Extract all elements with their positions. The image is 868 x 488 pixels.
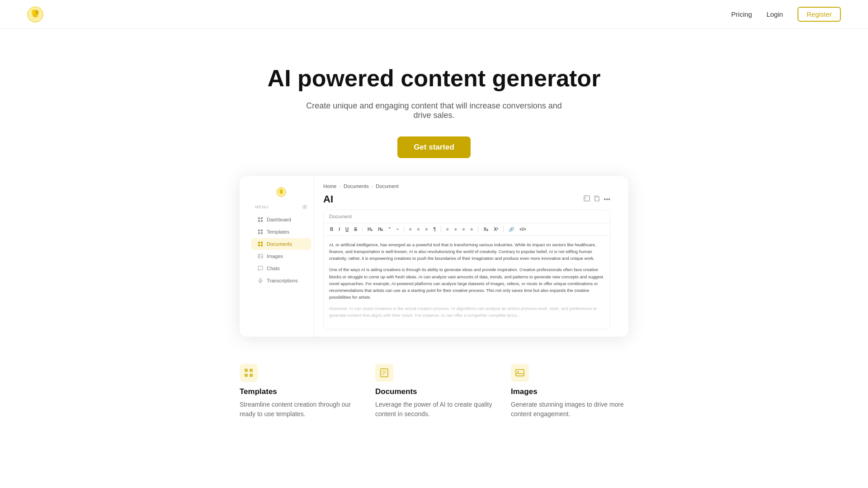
toolbar-align-center[interactable]: ≡ — [453, 226, 459, 233]
chats-icon — [258, 266, 263, 271]
svg-rect-7 — [258, 217, 260, 219]
demo-card: MENU Dashboard Templates — [240, 176, 628, 337]
feature-images: Images Generate stunning images to drive… — [511, 364, 628, 419]
logo — [27, 6, 43, 23]
toolbar-quote[interactable]: " — [387, 226, 392, 233]
svg-rect-19 — [258, 254, 263, 258]
demo-logo — [249, 183, 314, 204]
toolbar-outdent[interactable]: ¶ — [432, 226, 438, 233]
logo-icon — [27, 6, 43, 23]
svg-rect-10 — [261, 220, 263, 222]
svg-rect-8 — [261, 217, 263, 219]
toolbar-indent[interactable]: ≡ — [424, 226, 430, 233]
sidebar-label-images: Images — [267, 253, 283, 259]
toolbar-ol[interactable]: ≡ — [415, 226, 422, 233]
feature-images-title: Images — [511, 387, 628, 396]
sidebar-item-chats[interactable]: Chats — [251, 263, 311, 274]
toolbar-strike[interactable]: S — [352, 226, 359, 233]
hero-title: AI powered content generator — [253, 65, 615, 92]
editor-title-text: Document — [329, 214, 352, 219]
toolbar-h2[interactable]: H₂ — [376, 226, 385, 233]
toolbar-sep-3 — [441, 226, 441, 232]
toolbar-html[interactable]: </> — [518, 226, 528, 233]
main-nav: Pricing Login Register — [731, 7, 841, 22]
header: Pricing Login Register — [0, 0, 868, 29]
toolbar-link[interactable]: 🔗 — [507, 226, 516, 233]
features-section: Templates Streamline content creation th… — [231, 364, 637, 455]
toolbar-sep-2 — [404, 226, 404, 232]
doc-title-text: AI — [323, 193, 333, 205]
get-started-button[interactable]: Get started — [397, 136, 471, 158]
copy-icon — [594, 195, 600, 202]
sidebar-item-templates[interactable]: Templates — [251, 226, 311, 238]
feature-templates: Templates Streamline content creation th… — [240, 364, 357, 419]
sidebar-label-transcriptions: Transcriptions — [267, 278, 298, 283]
sidebar-label-dashboard: Dashboard — [267, 217, 291, 222]
toolbar-underline[interactable]: U — [344, 226, 350, 233]
doc-title-bar: AI ••• — [323, 193, 610, 205]
svg-point-5 — [279, 189, 283, 194]
sidebar-label-chats: Chats — [267, 266, 280, 271]
breadcrumb-document: Document — [376, 183, 398, 189]
breadcrumb-documents: Documents — [344, 183, 369, 189]
toolbar-align-right[interactable]: ≡ — [461, 226, 467, 233]
svg-rect-12 — [261, 230, 263, 231]
svg-rect-16 — [261, 242, 263, 244]
breadcrumb: Home › Documents › Document — [323, 183, 610, 189]
images-icon — [258, 253, 263, 259]
feature-images-icon-wrap — [511, 364, 529, 382]
editor-content[interactable]: AI, or artificial intelligence, has emer… — [324, 236, 610, 329]
sidebar-item-transcriptions[interactable]: Transcriptions — [251, 275, 311, 286]
dashboard-icon — [258, 217, 263, 222]
sidebar-item-documents[interactable]: Documents — [251, 238, 311, 250]
doc-actions: ••• — [584, 195, 610, 203]
svg-rect-24 — [245, 369, 248, 372]
content-paragraph-1: AI, or artificial intelligence, has emer… — [329, 241, 604, 262]
toolbar-code[interactable]: ~ — [394, 226, 401, 233]
sidebar-label-templates: Templates — [267, 229, 289, 235]
demo-main: Home › Documents › Document AI — [314, 176, 619, 337]
breadcrumb-sep-2: › — [372, 183, 373, 189]
sidebar-item-dashboard[interactable]: Dashboard — [251, 214, 311, 225]
templates-icon — [258, 229, 263, 235]
demo-logo-icon — [276, 187, 286, 197]
register-button[interactable]: Register — [797, 7, 841, 22]
feature-documents: Documents Leverage the power of AI to cr… — [375, 364, 493, 419]
toolbar-align-left[interactable]: ≡ — [444, 226, 451, 233]
login-link[interactable]: Login — [766, 10, 783, 18]
svg-point-33 — [518, 371, 519, 372]
content-paragraph-3: Moreover, AI can assist creatives in the… — [329, 305, 604, 319]
documents-icon — [258, 241, 263, 247]
toolbar-ul[interactable]: ≡ — [407, 226, 414, 233]
copy-button[interactable] — [594, 195, 600, 203]
toolbar-align-justify[interactable]: ≡ — [469, 226, 475, 233]
feature-documents-desc: Leverage the power of AI to create quali… — [375, 400, 493, 419]
expand-button[interactable] — [584, 195, 590, 203]
demo-sidebar: MENU Dashboard Templates — [249, 176, 314, 337]
svg-rect-9 — [258, 220, 260, 222]
svg-rect-32 — [516, 370, 524, 376]
editor-toolbar: B I U S H₁ H₂ " ~ ≡ ≡ ≡ ¶ ≡ ≡ ≡ ≡ X₂ — [324, 223, 610, 236]
svg-rect-23 — [595, 197, 599, 201]
svg-point-6 — [304, 206, 305, 207]
feature-images-desc: Generate stunning images to drive more c… — [511, 400, 628, 419]
pricing-link[interactable]: Pricing — [731, 10, 752, 18]
feature-documents-icon-wrap — [375, 364, 393, 382]
toolbar-superscript[interactable]: X² — [492, 226, 500, 233]
transcriptions-icon — [258, 278, 263, 283]
content-paragraph-2: One of the ways AI is aiding creatives i… — [329, 266, 604, 300]
svg-rect-17 — [258, 244, 260, 246]
templates-feature-icon — [244, 368, 254, 378]
expand-icon — [584, 195, 590, 202]
gear-icon — [302, 204, 307, 210]
toolbar-italic[interactable]: I — [337, 226, 342, 233]
toolbar-sep-5 — [503, 226, 504, 232]
more-button[interactable]: ••• — [604, 195, 610, 203]
sidebar-item-images[interactable]: Images — [251, 250, 311, 262]
svg-rect-14 — [261, 232, 263, 234]
toolbar-bold[interactable]: B — [328, 226, 335, 233]
images-feature-icon — [515, 368, 525, 378]
toolbar-subscript[interactable]: X₂ — [481, 226, 490, 233]
toolbar-h1[interactable]: H₁ — [366, 226, 374, 233]
svg-rect-18 — [261, 244, 263, 246]
